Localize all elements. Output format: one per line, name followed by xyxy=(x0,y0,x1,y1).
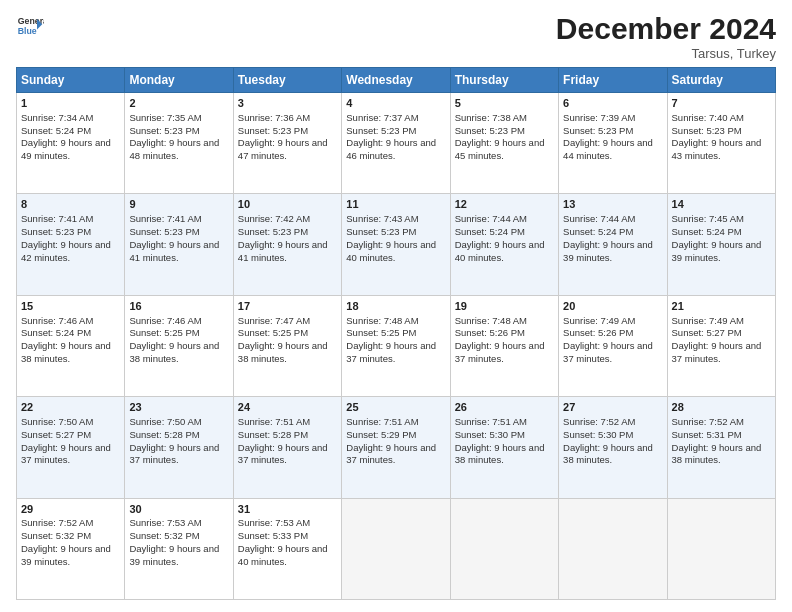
table-row: 13Sunrise: 7:44 AMSunset: 5:24 PMDayligh… xyxy=(559,194,667,295)
svg-text:Blue: Blue xyxy=(18,26,37,36)
table-row: 27Sunrise: 7:52 AMSunset: 5:30 PMDayligh… xyxy=(559,397,667,498)
title-block: December 2024 Tarsus, Turkey xyxy=(556,12,776,61)
table-row: 17Sunrise: 7:47 AMSunset: 5:25 PMDayligh… xyxy=(233,295,341,396)
calendar-row: 29Sunrise: 7:52 AMSunset: 5:32 PMDayligh… xyxy=(17,498,776,599)
header-row: Sunday Monday Tuesday Wednesday Thursday… xyxy=(17,68,776,93)
table-row: 8Sunrise: 7:41 AMSunset: 5:23 PMDaylight… xyxy=(17,194,125,295)
table-row: 22Sunrise: 7:50 AMSunset: 5:27 PMDayligh… xyxy=(17,397,125,498)
table-row: 30Sunrise: 7:53 AMSunset: 5:32 PMDayligh… xyxy=(125,498,233,599)
table-row: 7Sunrise: 7:40 AMSunset: 5:23 PMDaylight… xyxy=(667,93,775,194)
table-row: 31Sunrise: 7:53 AMSunset: 5:33 PMDayligh… xyxy=(233,498,341,599)
table-row: 16Sunrise: 7:46 AMSunset: 5:25 PMDayligh… xyxy=(125,295,233,396)
col-sunday: Sunday xyxy=(17,68,125,93)
table-row: 5Sunrise: 7:38 AMSunset: 5:23 PMDaylight… xyxy=(450,93,558,194)
table-row: 15Sunrise: 7:46 AMSunset: 5:24 PMDayligh… xyxy=(17,295,125,396)
col-friday: Friday xyxy=(559,68,667,93)
table-row xyxy=(342,498,450,599)
calendar-row: 1Sunrise: 7:34 AMSunset: 5:24 PMDaylight… xyxy=(17,93,776,194)
page: General Blue December 2024 Tarsus, Turke… xyxy=(0,0,792,612)
calendar-row: 8Sunrise: 7:41 AMSunset: 5:23 PMDaylight… xyxy=(17,194,776,295)
table-row: 26Sunrise: 7:51 AMSunset: 5:30 PMDayligh… xyxy=(450,397,558,498)
table-row: 1Sunrise: 7:34 AMSunset: 5:24 PMDaylight… xyxy=(17,93,125,194)
table-row: 19Sunrise: 7:48 AMSunset: 5:26 PMDayligh… xyxy=(450,295,558,396)
table-row: 3Sunrise: 7:36 AMSunset: 5:23 PMDaylight… xyxy=(233,93,341,194)
table-row: 2Sunrise: 7:35 AMSunset: 5:23 PMDaylight… xyxy=(125,93,233,194)
table-row: 4Sunrise: 7:37 AMSunset: 5:23 PMDaylight… xyxy=(342,93,450,194)
col-saturday: Saturday xyxy=(667,68,775,93)
table-row xyxy=(450,498,558,599)
col-tuesday: Tuesday xyxy=(233,68,341,93)
logo: General Blue xyxy=(16,12,44,40)
table-row: 24Sunrise: 7:51 AMSunset: 5:28 PMDayligh… xyxy=(233,397,341,498)
col-wednesday: Wednesday xyxy=(342,68,450,93)
table-row: 18Sunrise: 7:48 AMSunset: 5:25 PMDayligh… xyxy=(342,295,450,396)
calendar-row: 15Sunrise: 7:46 AMSunset: 5:24 PMDayligh… xyxy=(17,295,776,396)
table-row: 21Sunrise: 7:49 AMSunset: 5:27 PMDayligh… xyxy=(667,295,775,396)
table-row: 20Sunrise: 7:49 AMSunset: 5:26 PMDayligh… xyxy=(559,295,667,396)
table-row: 9Sunrise: 7:41 AMSunset: 5:23 PMDaylight… xyxy=(125,194,233,295)
col-monday: Monday xyxy=(125,68,233,93)
table-row: 11Sunrise: 7:43 AMSunset: 5:23 PMDayligh… xyxy=(342,194,450,295)
logo-icon: General Blue xyxy=(16,12,44,40)
table-row xyxy=(559,498,667,599)
table-row xyxy=(667,498,775,599)
table-row: 28Sunrise: 7:52 AMSunset: 5:31 PMDayligh… xyxy=(667,397,775,498)
header: General Blue December 2024 Tarsus, Turke… xyxy=(16,12,776,61)
table-row: 12Sunrise: 7:44 AMSunset: 5:24 PMDayligh… xyxy=(450,194,558,295)
table-row: 10Sunrise: 7:42 AMSunset: 5:23 PMDayligh… xyxy=(233,194,341,295)
table-row: 25Sunrise: 7:51 AMSunset: 5:29 PMDayligh… xyxy=(342,397,450,498)
col-thursday: Thursday xyxy=(450,68,558,93)
subtitle: Tarsus, Turkey xyxy=(556,46,776,61)
table-row: 29Sunrise: 7:52 AMSunset: 5:32 PMDayligh… xyxy=(17,498,125,599)
table-row: 6Sunrise: 7:39 AMSunset: 5:23 PMDaylight… xyxy=(559,93,667,194)
calendar-row: 22Sunrise: 7:50 AMSunset: 5:27 PMDayligh… xyxy=(17,397,776,498)
table-row: 14Sunrise: 7:45 AMSunset: 5:24 PMDayligh… xyxy=(667,194,775,295)
calendar-table: Sunday Monday Tuesday Wednesday Thursday… xyxy=(16,67,776,600)
table-row: 23Sunrise: 7:50 AMSunset: 5:28 PMDayligh… xyxy=(125,397,233,498)
month-title: December 2024 xyxy=(556,12,776,46)
